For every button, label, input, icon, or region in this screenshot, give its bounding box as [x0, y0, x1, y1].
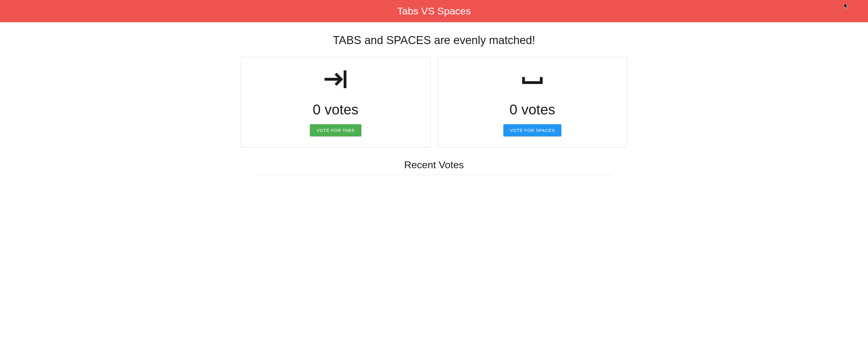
- vote-spaces-button[interactable]: VOTE FOR SPACES: [503, 124, 562, 136]
- page-title: Tabs VS Spaces: [397, 5, 471, 17]
- spaces-card: 0 votes VOTE FOR SPACES: [438, 57, 627, 147]
- page-header: Tabs VS Spaces: [0, 0, 868, 22]
- tabs-vote-count: 0 votes: [313, 102, 359, 118]
- main-container: TABS and SPACES are evenly matched! 0 vo…: [236, 34, 632, 175]
- spaces-vote-count: 0 votes: [509, 102, 555, 118]
- tabs-card: 0 votes VOTE FOR TABS: [241, 57, 430, 147]
- tab-icon: [322, 66, 349, 92]
- recent-votes-heading: Recent Votes: [241, 159, 627, 171]
- status-heading: TABS and SPACES are evenly matched!: [241, 34, 627, 47]
- recent-votes-divider: [257, 175, 611, 175]
- space-icon: [519, 66, 546, 92]
- vote-tabs-button[interactable]: VOTE FOR TABS: [310, 124, 361, 136]
- vote-cards-row: 0 votes VOTE FOR TABS 0 votes VOTE FOR S…: [241, 57, 627, 147]
